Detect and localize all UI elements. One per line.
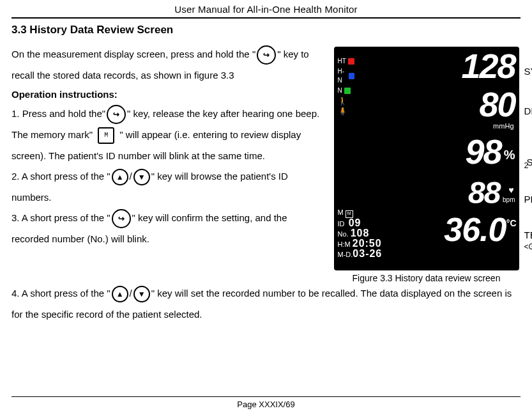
enter-icon: ↪ [257, 45, 276, 65]
unit-mmhg: mmHg [493, 122, 513, 130]
step-2: 2. A short press of the "▲/▼" key will b… [11, 166, 321, 208]
label-temp: TEMP [524, 230, 533, 240]
down-icon: ▼ [133, 286, 150, 302]
unit-bpm: bpm [503, 196, 515, 203]
label-hn: H-N [338, 67, 347, 85]
label-m: M [338, 208, 344, 216]
step-3a: 3. A short press of the " [11, 212, 110, 223]
step-4a: 4. A short press of the " [11, 288, 110, 299]
indicator-ht [348, 58, 354, 65]
indicator-hn [349, 73, 354, 79]
step-3: 3. A short press of the "↪" key will con… [11, 208, 321, 249]
label-id: ID [338, 220, 345, 228]
up-icon: ▲ [112, 286, 128, 302]
figure-column: HT H-N N 🚶 🧍 M M ID 09 No. 108 H:M 20:50… [332, 44, 521, 283]
label-glu: <GLU> [524, 242, 533, 251]
intro-paragraph: On the measurement display screen, press… [11, 44, 321, 86]
device-screen: HT H-N N 🚶 🧍 M M ID 09 No. 108 H:M 20:50… [334, 47, 519, 270]
section-title: 3.3 History Data Review Screen [11, 24, 521, 36]
operation-instructions-label: Operation instructions: [11, 86, 321, 104]
footer-divider [11, 396, 521, 397]
step-1: 1. Press and hold the"↪" key, release th… [11, 104, 321, 166]
page-header-title: User Manual for All-in-One Health Monito… [11, 0, 521, 19]
right-label-column: SYST DIAS SpO2 PR TEMP <GLU> [522, 47, 533, 270]
value-pr: 88 [468, 178, 499, 208]
label-ht: HT [338, 57, 346, 66]
memory-icon: M [98, 127, 114, 144]
down-icon: ▼ [133, 169, 150, 185]
label-hm: H:M [338, 240, 351, 248]
up-icon: ▲ [112, 169, 128, 185]
unit-percent: % [504, 148, 515, 162]
intro-part1: On the measurement display screen, press… [11, 49, 255, 59]
person-icon: 🚶 [338, 97, 347, 105]
label-md: M-D. [338, 251, 353, 258]
label-dias: DIAS [524, 105, 533, 116]
label-n: N [338, 86, 342, 95]
value-spo2: 98 [465, 135, 501, 168]
value-temp: 36.0 [444, 214, 506, 245]
enter-icon: ↪ [112, 209, 131, 228]
label-pr: PR [524, 194, 533, 205]
figure-caption: Figure 3.3 History data review screen [353, 273, 501, 283]
label-syst: SYST [524, 66, 533, 77]
unit-degc: °C [506, 218, 517, 228]
step-4: 4. A short press of the "▲/▼" key will s… [11, 283, 521, 325]
value-dias: 80 [479, 88, 515, 121]
body-text-column: On the measurement display screen, press… [11, 44, 321, 283]
indicator-n [344, 88, 351, 94]
enter-icon: ↪ [107, 105, 126, 124]
heart-icon: ♥ [508, 185, 513, 195]
page-number: Page XXXIX/69 [237, 400, 294, 409]
value-syst: 128 [461, 49, 515, 82]
person-standing-icon: 🧍 [338, 107, 347, 116]
label-no: No. [338, 230, 349, 238]
label-spo2: SpO2 [524, 157, 529, 170]
step-2a: 2. A short press of the " [11, 171, 110, 182]
step-1a: 1. Press and hold the" [11, 108, 105, 119]
